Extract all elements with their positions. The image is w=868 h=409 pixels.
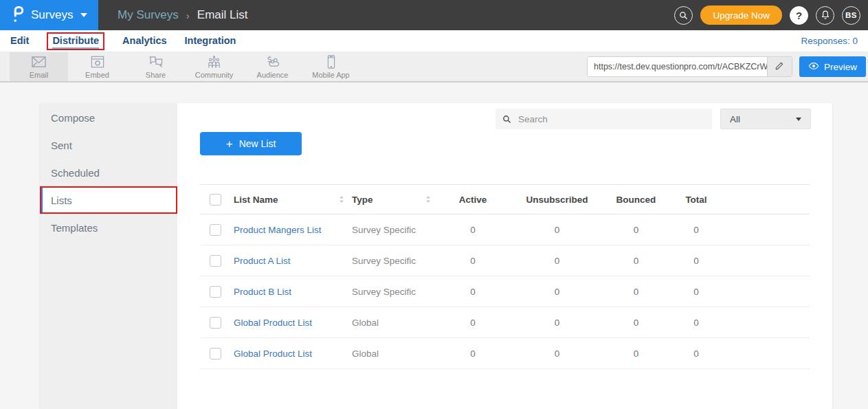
new-list-button[interactable]: + New List	[200, 132, 302, 155]
header-actions: Upgrade Now ? BS	[674, 5, 868, 25]
sidebar-item-lists[interactable]: Lists	[40, 186, 177, 214]
sidebar-item-compose[interactable]: Compose	[40, 104, 177, 131]
toolbar-item-label: Share	[146, 71, 166, 79]
column-header-unsubscribed: Unsubscribed	[511, 195, 603, 205]
sort-icon[interactable]	[425, 195, 431, 203]
list-name-cell: Product B List	[230, 287, 347, 297]
notifications-button[interactable]	[816, 6, 834, 25]
count-total: 0	[669, 287, 724, 297]
tab-label: Integration	[185, 35, 236, 46]
email-sidebar: ComposeSentScheduledListsTemplates	[40, 103, 177, 409]
new-list-label: New List	[239, 138, 276, 149]
mobile-phone-icon	[324, 54, 338, 69]
toolbar-item-audience[interactable]: Audience	[243, 52, 302, 81]
column-header-list-name[interactable]: List Name	[230, 195, 347, 205]
list-name-link[interactable]: Global Product List	[234, 349, 312, 359]
select-all-checkbox[interactable]	[210, 194, 221, 206]
embed-window-icon	[90, 54, 105, 69]
row-checkbox[interactable]	[210, 317, 221, 329]
column-header-total: Total	[669, 195, 724, 205]
email-lists-panel: ComposeSentScheduledListsTemplates All +…	[40, 103, 832, 409]
count-total: 0	[669, 256, 724, 266]
preview-label: Preview	[824, 62, 857, 72]
row-checkbox[interactable]	[210, 286, 221, 298]
toolbar-item-share[interactable]: Share	[126, 52, 185, 81]
sort-icon[interactable]	[339, 195, 344, 203]
toolbar-item-mobile-app[interactable]: Mobile App	[302, 52, 360, 81]
app: { "header": { "product": "Surveys", "log…	[0, 0, 868, 409]
row-checkbox[interactable]	[210, 348, 221, 360]
list-search-input[interactable]	[517, 113, 705, 125]
table-row: Product Mangers ListSurvey Specific0000	[200, 214, 810, 245]
search-button[interactable]	[674, 6, 693, 25]
breadcrumb-separator-icon: ›	[186, 10, 190, 21]
tab-analytics[interactable]: Analytics	[122, 34, 166, 49]
toolbar-item-label: Community	[195, 71, 234, 79]
responses-count[interactable]: Responses: 0	[801, 36, 858, 46]
sidebar-item-label: Scheduled	[51, 167, 100, 179]
list-name-link[interactable]: Product Mangers List	[234, 225, 322, 235]
toolbar-item-embed[interactable]: Embed	[68, 52, 126, 81]
count-bounced: 0	[603, 225, 669, 235]
search-box[interactable]	[496, 109, 712, 129]
search-filter-row: All	[177, 103, 832, 129]
sidebar-item-sent[interactable]: Sent	[40, 131, 177, 159]
count-active: 0	[435, 318, 511, 328]
toolbar-tiles: EmailEmbedShareCommunityAudienceMobile A…	[10, 52, 360, 81]
column-label: Type	[352, 195, 373, 205]
sidebar-item-scheduled[interactable]: Scheduled	[40, 159, 177, 186]
breadcrumb-parent[interactable]: My Surveys	[118, 8, 179, 22]
bell-icon	[821, 10, 830, 21]
tab-integration[interactable]: Integration	[185, 34, 236, 49]
column-header-type[interactable]: Type	[347, 195, 435, 205]
list-type: Survey Specific	[347, 225, 435, 235]
product-switcher[interactable]: Surveys	[0, 0, 98, 30]
list-name-cell: Global Product List	[230, 318, 347, 328]
count-unsubscribed: 0	[511, 225, 603, 235]
list-name-link[interactable]: Product B List	[234, 287, 291, 297]
survey-url-box	[587, 56, 792, 77]
list-name-link[interactable]: Product A List	[234, 256, 291, 266]
edit-url-button[interactable]	[767, 57, 792, 76]
search-icon	[502, 115, 511, 124]
count-unsubscribed: 0	[511, 318, 603, 328]
audience-dollar-icon	[265, 54, 280, 69]
list-type: Survey Specific	[347, 287, 435, 297]
tab-label: Edit	[10, 35, 29, 46]
chevron-down-icon	[796, 118, 801, 121]
toolbar-right: Preview	[587, 52, 868, 81]
count-active: 0	[435, 225, 511, 235]
chevron-down-icon	[80, 13, 87, 17]
search-icon	[679, 11, 688, 20]
filter-dropdown[interactable]: All	[720, 109, 811, 129]
table-body: Product Mangers ListSurvey Specific0000P…	[200, 214, 810, 369]
toolbar-item-community[interactable]: Community	[185, 52, 243, 81]
sidebar-item-templates[interactable]: Templates	[40, 214, 177, 241]
row-checkbox-cell	[200, 348, 230, 360]
row-checkbox[interactable]	[210, 224, 221, 236]
toolbar-item-email[interactable]: Email	[10, 52, 68, 81]
list-name-link[interactable]: Global Product List	[234, 318, 312, 328]
lists-content: All + New List List Name Type	[177, 103, 832, 409]
row-checkbox-cell	[200, 224, 230, 236]
tab-edit[interactable]: Edit	[10, 34, 29, 49]
tab-distribute[interactable]: Distribute	[47, 32, 104, 50]
count-total: 0	[669, 318, 724, 328]
community-people-icon	[206, 54, 222, 69]
count-bounced: 0	[603, 318, 669, 328]
list-type: Survey Specific	[347, 256, 435, 266]
nav-bar: EditDistributeAnalyticsIntegration Respo…	[0, 30, 868, 52]
table-row: Product A ListSurvey Specific0000	[200, 245, 810, 276]
survey-url-input[interactable]	[588, 57, 767, 76]
sidebar-item-label: Sent	[51, 140, 72, 151]
tab-label: Distribute	[52, 35, 99, 49]
row-checkbox-cell	[200, 255, 230, 267]
help-button[interactable]: ?	[790, 6, 808, 25]
row-checkbox[interactable]	[210, 255, 221, 267]
questionpro-logo-icon	[12, 5, 25, 25]
breadcrumb-current: Email List	[197, 8, 248, 22]
avatar[interactable]: BS	[842, 6, 860, 25]
upgrade-now-button[interactable]: Upgrade Now	[700, 5, 782, 25]
count-active: 0	[435, 256, 511, 266]
preview-button[interactable]: Preview	[799, 56, 866, 77]
